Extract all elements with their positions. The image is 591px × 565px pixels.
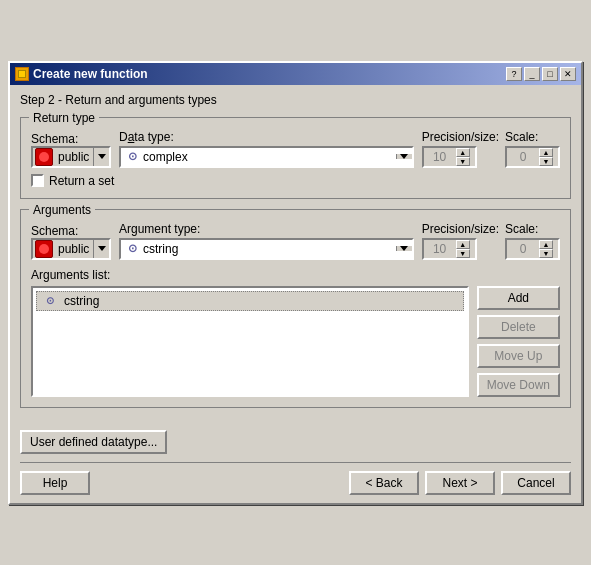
main-window: Create new function ? _ □ ✕ Step 2 - Ret… xyxy=(8,61,583,505)
title-bar: Create new function ? _ □ ✕ xyxy=(10,63,581,85)
window-content: Step 2 - Return and arguments types Retu… xyxy=(10,85,581,426)
args-schema-value: public xyxy=(55,242,93,256)
args-precision-label: Precision/size: xyxy=(422,222,499,236)
return-schema-value: public xyxy=(55,150,93,164)
args-list-label: Arguments list: xyxy=(31,268,560,282)
args-schema-arrow-btn[interactable] xyxy=(93,240,109,258)
args-precision-spinbox[interactable]: ▲ ▼ xyxy=(422,238,477,260)
args-schema-field-group: Schema: public xyxy=(31,224,111,260)
schema-icon xyxy=(35,148,53,166)
arg-type-value: cstring xyxy=(143,242,396,256)
args-precision-spin-btns: ▲ ▼ xyxy=(456,240,470,258)
args-scale-down-btn[interactable]: ▼ xyxy=(539,249,553,258)
args-fields-row: Schema: public Argument type: xyxy=(31,222,560,260)
return-type-arrow-icon xyxy=(400,154,408,159)
args-precision-down-btn[interactable]: ▼ xyxy=(456,249,470,258)
return-precision-item: Precision/size: ▲ ▼ xyxy=(422,130,499,168)
return-data-type-label: Data type: xyxy=(119,130,414,144)
data-type-group: Data type: ⊙ complex xyxy=(119,130,414,168)
args-list-container: ⊙ cstring Add Delete Move Up Move Down xyxy=(31,286,560,397)
return-set-checkbox[interactable] xyxy=(31,174,44,187)
args-precision-input[interactable] xyxy=(424,242,456,256)
footer-right: < Back Next > Cancel xyxy=(349,471,571,495)
return-prec-scale-group: Precision/size: ▲ ▼ Scale: xyxy=(422,130,560,168)
return-scale-input[interactable] xyxy=(507,150,539,164)
return-precision-input[interactable] xyxy=(424,150,456,164)
close-btn[interactable]: ✕ xyxy=(560,67,576,81)
return-type-icon: ⊙ xyxy=(124,149,140,165)
title-controls: ? _ □ ✕ xyxy=(506,67,576,81)
help-button[interactable]: Help xyxy=(20,471,90,495)
arguments-title: Arguments xyxy=(29,203,95,217)
maximize-btn[interactable]: □ xyxy=(542,67,558,81)
add-button[interactable]: Add xyxy=(477,286,560,310)
args-buttons: Add Delete Move Up Move Down xyxy=(477,286,560,397)
return-precision-label: Precision/size: xyxy=(422,130,499,144)
return-precision-down-btn[interactable]: ▼ xyxy=(456,157,470,166)
list-item-icon: ⊙ xyxy=(43,294,57,308)
minimize-btn[interactable]: _ xyxy=(524,67,540,81)
return-set-row: Return a set xyxy=(31,174,560,188)
return-type-arrow-btn[interactable] xyxy=(396,154,412,159)
args-scale-label: Scale: xyxy=(505,222,560,236)
return-type-title: Return type xyxy=(29,111,99,125)
return-precision-spinbox[interactable]: ▲ ▼ xyxy=(422,146,477,168)
return-type-group: Return type Schema: public xyxy=(20,117,571,199)
arg-type-group: Argument type: ⊙ cstring xyxy=(119,222,414,260)
args-scale-item: Scale: ▲ ▼ xyxy=(505,222,560,260)
window-icon xyxy=(15,67,29,81)
return-precision-spin-btns: ▲ ▼ xyxy=(456,148,470,166)
delete-button[interactable]: Delete xyxy=(477,315,560,339)
args-precision-item: Precision/size: ▲ ▼ xyxy=(422,222,499,260)
schema-icon-inner xyxy=(39,152,49,162)
args-list-section: Arguments list: ⊙ cstring Add Delete Mov… xyxy=(31,268,560,397)
footer-buttons: Help < Back Next > Cancel xyxy=(20,462,571,495)
return-scale-spin-btns: ▲ ▼ xyxy=(539,148,553,166)
arg-type-arrow-btn[interactable] xyxy=(396,246,412,251)
return-type-dropdown[interactable]: ⊙ complex xyxy=(119,146,414,168)
return-scale-item: Scale: ▲ ▼ xyxy=(505,130,560,168)
args-prec-scale-group: Precision/size: ▲ ▼ Scale: xyxy=(422,222,560,260)
arg-type-arrow-icon xyxy=(400,246,408,251)
arguments-group: Arguments Schema: public xyxy=(20,209,571,408)
back-button[interactable]: < Back xyxy=(349,471,419,495)
return-data-type-label-text: D xyxy=(119,130,128,144)
return-precision-up-btn[interactable]: ▲ xyxy=(456,148,470,157)
next-button[interactable]: Next > xyxy=(425,471,495,495)
return-scale-label: Scale: xyxy=(505,130,560,144)
user-defined-btn[interactable]: User defined datatype... xyxy=(20,430,167,454)
args-scale-input[interactable] xyxy=(507,242,539,256)
args-schema-arrow-icon xyxy=(98,246,106,251)
return-scale-up-btn[interactable]: ▲ xyxy=(539,148,553,157)
help-title-btn[interactable]: ? xyxy=(506,67,522,81)
args-scale-spinbox[interactable]: ▲ ▼ xyxy=(505,238,560,260)
data-type-rest: ta type: xyxy=(134,130,173,144)
return-schema-label: Schema: xyxy=(31,132,111,146)
args-schema-dropdown[interactable]: public xyxy=(31,238,111,260)
arg-type-dropdown[interactable]: ⊙ cstring xyxy=(119,238,414,260)
args-list-box[interactable]: ⊙ cstring xyxy=(31,286,469,397)
step-label: Step 2 - Return and arguments types xyxy=(20,93,571,107)
list-item[interactable]: ⊙ cstring xyxy=(36,291,464,311)
window-title: Create new function xyxy=(33,67,148,81)
cancel-button[interactable]: Cancel xyxy=(501,471,571,495)
return-type-value: complex xyxy=(143,150,396,164)
args-schema-label: Schema: xyxy=(31,224,111,238)
return-set-label: Return a set xyxy=(49,174,114,188)
args-scale-spin-btns: ▲ ▼ xyxy=(539,240,553,258)
return-schema-dropdown[interactable]: public xyxy=(31,146,111,168)
return-type-fields-row: Schema: public Data type: xyxy=(31,130,560,168)
return-scale-down-btn[interactable]: ▼ xyxy=(539,157,553,166)
return-schema-arrow-btn[interactable] xyxy=(93,148,109,166)
args-schema-icon-inner xyxy=(39,244,49,254)
title-bar-left: Create new function xyxy=(15,67,148,81)
return-scale-spinbox[interactable]: ▲ ▼ xyxy=(505,146,560,168)
move-down-button[interactable]: Move Down xyxy=(477,373,560,397)
args-scale-up-btn[interactable]: ▲ xyxy=(539,240,553,249)
schema-field-group: Schema: public xyxy=(31,132,111,168)
args-precision-up-btn[interactable]: ▲ xyxy=(456,240,470,249)
arg-type-label: Argument type: xyxy=(119,222,414,236)
move-up-button[interactable]: Move Up xyxy=(477,344,560,368)
list-item-value: cstring xyxy=(64,294,99,308)
return-schema-arrow-icon xyxy=(98,154,106,159)
